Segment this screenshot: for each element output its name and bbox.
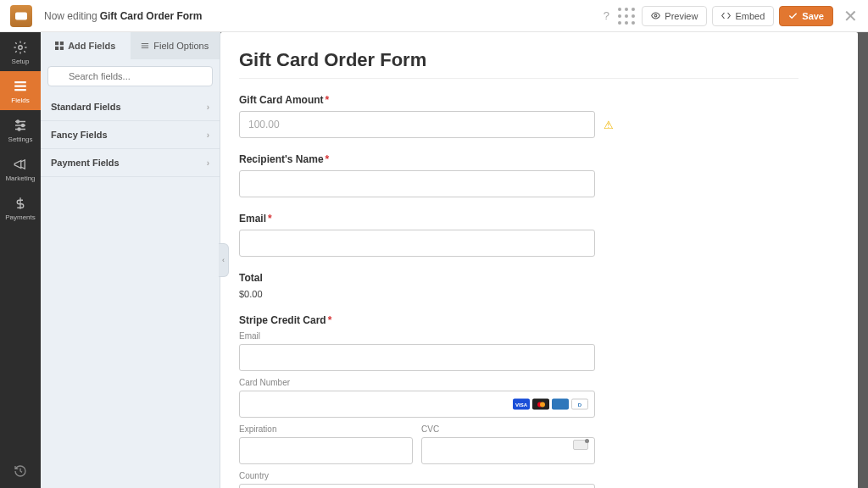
warning-icon: ⚠ bbox=[604, 119, 614, 131]
apps-grid-icon[interactable] bbox=[616, 6, 637, 26]
form-preview: Gift Card Order Form Gift Card Amount* ⚠… bbox=[220, 32, 858, 488]
nav-fields[interactable]: Fields bbox=[0, 71, 41, 110]
cc-cvc-input[interactable] bbox=[421, 437, 595, 464]
cc-exp-input[interactable] bbox=[239, 437, 413, 464]
total-value: $0.00 bbox=[239, 289, 798, 299]
form-canvas: Gift Card Order Form Gift Card Amount* ⚠… bbox=[220, 32, 868, 488]
embed-button[interactable]: Embed bbox=[712, 6, 774, 26]
dollar-icon bbox=[13, 196, 28, 211]
chevron-right-icon: › bbox=[207, 158, 209, 168]
cc-country-sublabel: Country bbox=[239, 471, 595, 480]
field-recipient-name[interactable]: Recipient's Name* bbox=[239, 153, 798, 197]
cc-exp-sublabel: Expiration bbox=[239, 424, 413, 434]
field-gift-card-amount[interactable]: Gift Card Amount* ⚠ bbox=[239, 94, 798, 138]
category-standard-label: Standard Fields bbox=[51, 102, 121, 112]
nav-payments[interactable]: Payments bbox=[0, 188, 41, 227]
amount-label: Gift Card Amount* bbox=[239, 94, 798, 106]
form-name: Gift Card Order Form bbox=[100, 10, 203, 22]
svg-rect-13 bbox=[14, 89, 26, 91]
cc-cvc-sublabel: CVC bbox=[421, 424, 595, 434]
svg-rect-17 bbox=[55, 42, 58, 45]
close-icon[interactable]: ✕ bbox=[843, 6, 858, 26]
grid-icon bbox=[55, 42, 64, 50]
fields-icon bbox=[13, 79, 28, 94]
chevron-right-icon: › bbox=[207, 103, 209, 112]
cc-email-sublabel: Email bbox=[239, 331, 595, 341]
sliders-icon bbox=[13, 118, 28, 133]
divider bbox=[239, 78, 798, 79]
email-input[interactable] bbox=[239, 230, 595, 257]
tab-field-options[interactable]: Field Options bbox=[131, 32, 220, 59]
form-title: Gift Card Order Form bbox=[239, 49, 798, 71]
field-total[interactable]: Total $0.00 bbox=[239, 272, 798, 299]
recipient-label: Recipient's Name* bbox=[239, 153, 798, 165]
megaphone-icon bbox=[13, 157, 28, 172]
svg-point-1 bbox=[625, 8, 628, 11]
svg-point-3 bbox=[618, 14, 621, 18]
svg-point-5 bbox=[632, 14, 635, 18]
category-payment-fields[interactable]: Payment Fields › bbox=[41, 149, 220, 177]
nav-setup-label: Setup bbox=[12, 58, 30, 65]
svg-rect-20 bbox=[60, 47, 64, 50]
tab-add-fields[interactable]: Add Fields bbox=[41, 32, 131, 59]
panel-collapse-handle[interactable]: ‹ bbox=[219, 243, 229, 277]
save-label: Save bbox=[802, 11, 824, 21]
recipient-input[interactable] bbox=[239, 170, 595, 197]
field-stripe-credit-card[interactable]: Stripe Credit Card* Email Card Number VI… bbox=[239, 314, 595, 488]
editing-prefix: Now editing bbox=[44, 10, 97, 22]
topbar: Now editing Gift Card Order Form ? Previ… bbox=[0, 0, 868, 32]
category-standard-fields[interactable]: Standard Fields › bbox=[41, 93, 220, 121]
visa-icon: VISA bbox=[513, 399, 530, 410]
mastercard-icon bbox=[532, 399, 549, 410]
svg-point-14 bbox=[17, 120, 19, 123]
svg-point-8 bbox=[632, 21, 635, 25]
check-icon bbox=[788, 11, 798, 20]
side-panel: Add Fields Field Options Standard Fields… bbox=[41, 32, 220, 488]
cc-country-select[interactable] bbox=[239, 484, 595, 488]
tab-add-label: Add Fields bbox=[68, 41, 115, 51]
history-icon bbox=[14, 464, 27, 478]
svg-point-15 bbox=[22, 125, 25, 127]
category-fancy-fields[interactable]: Fancy Fields › bbox=[41, 121, 220, 149]
card-brand-icons: VISA D bbox=[513, 399, 588, 410]
tab-options-label: Field Options bbox=[153, 41, 209, 51]
svg-point-6 bbox=[618, 21, 621, 25]
cc-email-input[interactable] bbox=[239, 344, 595, 371]
nav-setup[interactable]: Setup bbox=[0, 32, 41, 71]
nav-settings[interactable]: Settings bbox=[0, 110, 41, 149]
total-label: Total bbox=[239, 272, 798, 284]
nav-revisions[interactable] bbox=[0, 454, 41, 488]
category-payment-label: Payment Fields bbox=[51, 158, 120, 168]
wpforms-logo bbox=[10, 5, 32, 27]
nav-payments-label: Payments bbox=[5, 214, 36, 221]
nav-fields-label: Fields bbox=[11, 97, 29, 104]
help-icon[interactable]: ? bbox=[596, 9, 616, 22]
field-email[interactable]: Email* bbox=[239, 213, 798, 257]
svg-point-0 bbox=[618, 8, 621, 11]
gear-icon bbox=[13, 40, 28, 55]
left-nav: Setup Fields Settings Marketing Payments bbox=[0, 32, 41, 488]
nav-marketing[interactable]: Marketing bbox=[0, 149, 41, 188]
svg-point-7 bbox=[625, 21, 628, 25]
svg-point-2 bbox=[632, 8, 635, 11]
preview-button[interactable]: Preview bbox=[642, 6, 707, 26]
code-icon bbox=[721, 11, 731, 20]
preview-label: Preview bbox=[665, 11, 698, 21]
svg-rect-19 bbox=[55, 47, 58, 50]
nav-marketing-label: Marketing bbox=[5, 175, 35, 182]
search-fields-input[interactable] bbox=[47, 66, 213, 86]
eye-icon bbox=[651, 11, 660, 20]
cc-number-sublabel: Card Number bbox=[239, 378, 595, 387]
sliders-small-icon bbox=[141, 42, 149, 50]
save-button[interactable]: Save bbox=[779, 6, 833, 26]
category-fancy-label: Fancy Fields bbox=[51, 130, 108, 140]
embed-label: Embed bbox=[735, 11, 765, 21]
amex-icon bbox=[552, 399, 569, 410]
svg-point-9 bbox=[654, 14, 657, 17]
svg-point-10 bbox=[19, 46, 23, 50]
cvc-card-icon bbox=[573, 440, 588, 450]
svg-rect-11 bbox=[14, 81, 26, 83]
svg-rect-12 bbox=[14, 86, 26, 87]
svg-rect-18 bbox=[60, 42, 64, 45]
amount-input[interactable] bbox=[239, 111, 595, 138]
